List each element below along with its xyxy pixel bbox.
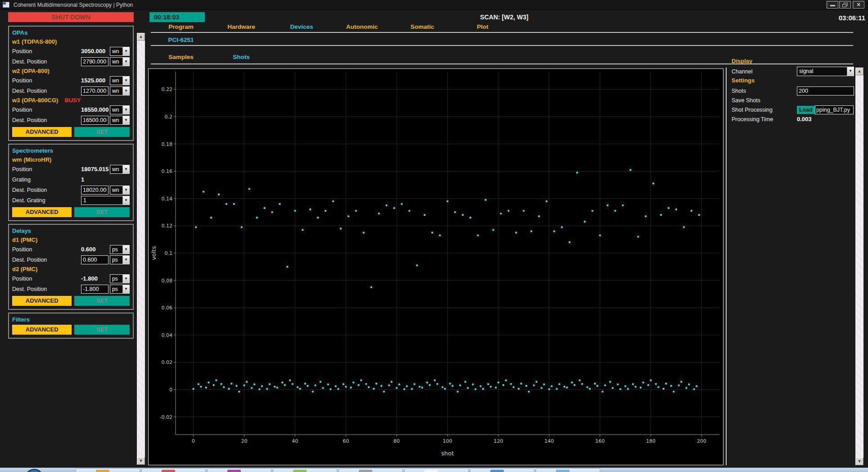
advanced-button[interactable]: ADVANCED	[12, 296, 72, 306]
units-select[interactable]: ps▼	[110, 274, 130, 283]
shots-plot[interactable]: 0.220.20.180.160.140.120.10.080.060.040.…	[148, 68, 723, 465]
taskbar-app-button[interactable]	[339, 468, 403, 472]
y-tick-label: 0.08	[162, 278, 173, 284]
data-point	[475, 388, 476, 390]
chevron-down-icon[interactable]: ▼	[122, 77, 129, 85]
dest-position-input[interactable]	[81, 285, 108, 294]
chevron-down-icon[interactable]: ▼	[122, 106, 129, 114]
chevron-down-icon[interactable]: ▼	[122, 186, 129, 194]
tab-somatic[interactable]: Somatic	[392, 23, 452, 30]
units-select[interactable]: ps▼	[110, 285, 130, 294]
position-label: Position	[12, 107, 81, 113]
set-button[interactable]: SET	[74, 296, 130, 306]
units-select[interactable]: wn▼	[110, 76, 130, 85]
hardware-sidebar: OPAsw1 (TOPAS-800)Position3050.000wn▼Des…	[8, 26, 134, 341]
sidebar-scrollbar[interactable]: ▲ ▼	[137, 33, 145, 465]
dest-position-input[interactable]	[81, 116, 108, 125]
chevron-down-icon[interactable]: ▼	[122, 87, 129, 95]
dest-position-input[interactable]	[81, 57, 108, 66]
units-select[interactable]: wn▼	[110, 116, 130, 125]
processing-file-field[interactable]: pping_BJT.py	[815, 105, 854, 114]
dest-grating-select[interactable]: 1▼	[81, 196, 130, 205]
data-point	[551, 385, 552, 387]
windows-taskbar[interactable]	[0, 467, 868, 472]
y-tick-label: 0.14	[162, 196, 173, 202]
scroll-up-icon[interactable]: ▲	[137, 33, 145, 41]
advanced-button[interactable]: ADVANCED	[12, 325, 72, 335]
taskbar-app-button[interactable]	[470, 468, 534, 472]
position-value: 1	[81, 176, 110, 183]
load-button[interactable]: Load	[797, 106, 815, 114]
chevron-down-icon[interactable]: ▼	[847, 67, 854, 76]
dest-position-input[interactable]	[81, 255, 108, 264]
tab-devices[interactable]: Devices	[271, 23, 332, 30]
advanced-button[interactable]: ADVANCED	[12, 127, 72, 137]
elapsed-timer[interactable]: 00:18:03	[149, 12, 205, 22]
chevron-down-icon[interactable]: ▼	[122, 116, 129, 124]
chevron-down-icon[interactable]: ▼	[122, 256, 129, 264]
close-button[interactable]: ×	[853, 1, 864, 9]
channel-label: Channel	[732, 68, 797, 75]
data-point	[357, 384, 359, 386]
y-tick-label: 0	[169, 387, 172, 393]
units-select[interactable]: wn▼	[110, 165, 130, 174]
panel-opas: OPAsw1 (TOPAS-800)Position3050.000wn▼Des…	[8, 26, 134, 141]
taskbar-app-button[interactable]	[141, 468, 206, 472]
title-bar: Coherent Multidimensional Spectroscopy |…	[0, 0, 868, 10]
shut-down-button[interactable]: SHUT DOWN	[8, 12, 134, 22]
shots-input[interactable]	[797, 86, 854, 95]
hardware-name: d1 (PMC)	[12, 236, 130, 244]
set-button[interactable]: SET	[74, 207, 130, 217]
channel-row: Channel signal ▼	[732, 67, 854, 76]
subtab-shots[interactable]: Shots	[211, 54, 271, 60]
chevron-down-icon[interactable]: ▼	[122, 285, 129, 293]
device-tab-pci-6251[interactable]: PCI-6251	[151, 36, 211, 43]
tab-plot[interactable]: Plot	[452, 23, 513, 30]
taskbar-app-button[interactable]	[207, 468, 271, 472]
data-point	[678, 384, 680, 386]
scroll-down-icon[interactable]: ▼	[855, 458, 863, 465]
scroll-up-icon[interactable]: ▲	[855, 68, 863, 75]
chevron-down-icon[interactable]: ▼	[122, 245, 129, 254]
units-select[interactable]: wn▼	[110, 105, 130, 114]
tab-hardware[interactable]: Hardware	[211, 23, 271, 30]
taskbar-app-button[interactable]	[404, 468, 469, 472]
tab-program[interactable]: Program	[151, 23, 211, 30]
save-shots-label: Save Shots	[732, 97, 797, 104]
units-select[interactable]: ps▼	[110, 245, 130, 254]
units-select[interactable]: wn▼	[110, 57, 130, 66]
units-select[interactable]: wn▼	[110, 86, 130, 95]
dest-position-input[interactable]	[81, 86, 108, 95]
chevron-down-icon[interactable]: ▼	[122, 196, 129, 204]
data-point	[688, 383, 690, 385]
subtab-samples[interactable]: Samples	[151, 54, 211, 60]
chevron-down-icon[interactable]: ▼	[122, 58, 129, 66]
dest-position-input[interactable]	[81, 186, 108, 195]
taskbar-app-button[interactable]	[76, 468, 140, 472]
start-button[interactable]	[25, 469, 44, 472]
taskbar-app-icon	[556, 470, 570, 472]
advanced-button[interactable]: ADVANCED	[12, 207, 72, 217]
units-select[interactable]: wn▼	[110, 47, 130, 56]
chevron-down-icon[interactable]: ▼	[122, 165, 129, 173]
minimize-button[interactable]	[827, 1, 838, 9]
channel-select[interactable]: signal ▼	[797, 67, 854, 76]
data-point	[533, 384, 535, 386]
restore-button[interactable]	[839, 1, 851, 9]
data-point	[464, 381, 466, 383]
units-select[interactable]: wn▼	[110, 186, 130, 195]
units-select[interactable]: ps▼	[110, 255, 130, 264]
hardware-row: Position-1.800ps▼	[12, 273, 130, 284]
chevron-down-icon[interactable]: ▼	[122, 47, 129, 55]
data-point	[241, 226, 243, 228]
chevron-down-icon[interactable]: ▼	[122, 275, 129, 283]
taskbar-app-button[interactable]	[273, 468, 337, 472]
data-point	[574, 384, 575, 386]
set-button[interactable]: SET	[74, 127, 130, 137]
set-button[interactable]: SET	[74, 325, 130, 335]
units-value: wn	[110, 106, 122, 114]
tab-autonomic[interactable]: Autonomic	[332, 23, 392, 30]
taskbar-app-button[interactable]	[536, 468, 600, 472]
right-panel-scrollbar[interactable]: ▲ ▼	[855, 68, 863, 465]
scroll-down-icon[interactable]: ▼	[137, 457, 145, 465]
